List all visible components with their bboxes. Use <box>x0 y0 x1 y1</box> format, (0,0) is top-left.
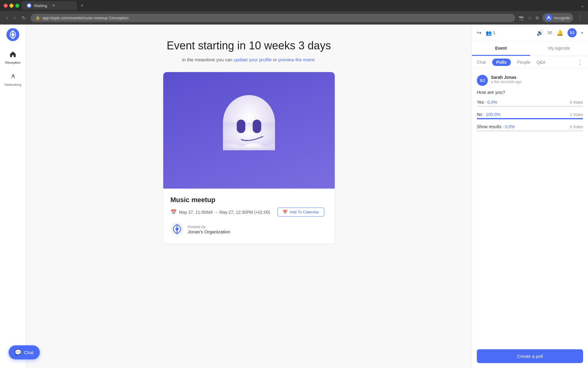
add-to-calendar-button[interactable]: 📅 Add To Calendar <box>277 208 324 217</box>
event-image <box>163 72 335 189</box>
more-options-icon[interactable]: ⋮ <box>577 59 583 66</box>
subtitle-start: In the meantime you can <box>182 57 233 62</box>
poll-option-no-votes: 1 Votes <box>570 112 583 117</box>
networking-label: Networking <box>4 83 21 86</box>
panel-main-tabs: Event My Agenda <box>472 41 588 56</box>
sub-tabs: Chat Polls People Q&A ⋮ <box>472 56 588 69</box>
app-layout: Reception Networking Event starting in 1… <box>0 25 588 368</box>
event-countdown: Event starting in 10 weeks 3 days <box>167 39 331 52</box>
tab-event[interactable]: Event <box>472 41 530 56</box>
url-bar[interactable]: 🔒 app.hopin.com/events/music-meetup-1/re… <box>31 14 515 22</box>
update-profile-link[interactable]: update your profile <box>234 57 272 62</box>
create-poll-button[interactable]: Create a poll <box>477 349 583 363</box>
poll-author-info: Sarah Jonas a few seconds ago <box>491 75 522 84</box>
poll-option-no-pct: 100.0% <box>486 112 500 117</box>
mute-icon[interactable]: 🔊 <box>537 29 543 36</box>
calendar-icon: 📅 <box>171 209 177 215</box>
poll-bar-bg-yes <box>477 106 583 107</box>
hosted-by-label: Hosted by <box>188 224 231 229</box>
event-info: Music meetup 📅 May 27, 11:00AM → May 27,… <box>163 189 335 243</box>
sidebar-item-reception[interactable]: Reception <box>2 47 24 68</box>
bookmark-icon[interactable]: ☆ <box>528 15 532 21</box>
email-icon[interactable]: ✉ <box>548 29 552 36</box>
svg-point-5 <box>13 75 14 76</box>
panel-header: ↪ 👥 1 🔊 ✉ 🔔 SJ ▾ <box>472 25 588 41</box>
lock-icon: 🔒 <box>36 16 40 20</box>
profile-badge[interactable]: Incognito <box>542 13 573 22</box>
poll-option-yes-label: Yes · 0.0% <box>477 100 497 105</box>
right-panel: ↪ 👥 1 🔊 ✉ 🔔 SJ ▾ Event My Agenda <box>472 25 588 368</box>
sidebar-item-networking[interactable]: Networking <box>2 69 24 90</box>
chat-icon: 💬 <box>15 349 21 356</box>
new-tab-button[interactable]: + <box>81 3 83 8</box>
calendar-plus-icon: 📅 <box>283 210 288 214</box>
user-avatar[interactable]: SJ <box>567 28 577 37</box>
poll-author: SJ Sarah Jonas a few seconds ago <box>477 75 583 86</box>
networking-icon <box>9 73 16 82</box>
event-mascot <box>215 95 283 166</box>
close-window-button[interactable] <box>4 4 8 8</box>
reload-button[interactable]: ↻ <box>21 14 27 22</box>
tab-my-agenda[interactable]: My Agenda <box>530 41 588 56</box>
sub-tab-chat[interactable]: Chat <box>477 59 486 66</box>
conjunction: or <box>272 57 278 62</box>
event-card: Music meetup 📅 May 27, 11:00AM → May 27,… <box>163 72 335 243</box>
hopin-logo[interactable] <box>6 28 19 41</box>
event-date-range: May 27, 11:00AM → May 27, 12:30PM (+01:0… <box>179 210 270 215</box>
poll-author-name: Sarah Jonas <box>491 75 522 80</box>
exit-icon[interactable]: ↪ <box>477 29 481 36</box>
org-name: Jonas's Organization <box>188 229 231 234</box>
browser-chrome: Waiting ✕ + ⌄ <box>0 0 588 11</box>
poll-author-avatar: SJ <box>477 75 488 86</box>
subtitle-end: . <box>314 57 315 62</box>
more-tabs-icon[interactable]: ⌄ <box>580 3 584 9</box>
sidebar: Reception Networking <box>0 25 26 368</box>
event-name: Music meetup <box>171 196 327 204</box>
poll-bar-bg-results <box>477 130 583 132</box>
url-text: app.hopin.com/events/music-meetup-1/rece… <box>43 16 129 20</box>
people-icon: 👥 <box>486 30 492 36</box>
poll-option-results-label: Show results · 0.0% <box>477 124 515 129</box>
toolbar-icons: 📷 ☆ ⧉ <box>519 15 539 21</box>
minimize-window-button[interactable] <box>9 4 13 8</box>
profile-label: Incognito <box>554 16 570 20</box>
poll-bar-fill-no <box>477 118 583 119</box>
preview-event-link[interactable]: preview the event <box>278 57 315 62</box>
reception-label: Reception <box>5 61 21 64</box>
sub-tab-people[interactable]: People <box>517 59 530 66</box>
tab-title: Waiting <box>34 3 47 8</box>
poll-option-no-label: No · 100.0% <box>477 112 500 117</box>
sub-tab-qa[interactable]: Q&A <box>537 59 546 66</box>
svg-rect-8 <box>237 120 245 133</box>
poll-option-show-results[interactable]: Show results · 0.0% 0 Votes <box>477 124 583 132</box>
hosted-by-section: Hosted by Jonas's Organization <box>171 223 327 236</box>
org-logo <box>171 223 184 236</box>
attendee-count: 👥 1 <box>486 30 496 36</box>
browser-tab[interactable]: Waiting ✕ <box>22 1 77 10</box>
back-button[interactable]: ‹ <box>5 14 9 22</box>
browser-menu-button[interactable]: ⋮ <box>577 14 583 21</box>
sub-tab-polls[interactable]: Polls <box>492 59 511 66</box>
poll-content: SJ Sarah Jonas a few seconds ago How are… <box>472 69 588 344</box>
svg-rect-9 <box>253 120 261 133</box>
forward-button[interactable]: › <box>13 14 17 22</box>
poll-option-results-votes: 0 Votes <box>570 125 583 129</box>
tab-favicon <box>27 3 32 8</box>
extension-icon[interactable]: ⧉ <box>536 15 539 21</box>
camera-off-icon[interactable]: 📷 <box>519 15 524 20</box>
panel-right-actions: 🔊 ✉ 🔔 SJ ▾ <box>537 28 583 37</box>
main-content: Event starting in 10 weeks 3 days In the… <box>26 25 472 368</box>
event-date: 📅 May 27, 11:00AM → May 27, 12:30PM (+01… <box>171 208 327 217</box>
svg-point-1 <box>548 16 550 18</box>
chevron-down-icon[interactable]: ▾ <box>581 30 583 35</box>
poll-option-yes[interactable]: Yes · 0.0% 0 Votes <box>477 100 583 107</box>
tab-close-button[interactable]: ✕ <box>52 3 55 8</box>
maximize-window-button[interactable] <box>15 4 19 8</box>
poll-option-no[interactable]: No · 100.0% 1 Votes <box>477 112 583 119</box>
window-controls <box>4 4 19 8</box>
event-subtitle: In the meantime you can update your prof… <box>182 57 315 62</box>
bell-icon[interactable]: 🔔 <box>556 29 563 36</box>
poll-author-time: a few seconds ago <box>491 80 522 84</box>
chat-button[interactable]: 💬 Chat <box>9 345 40 359</box>
home-icon <box>9 51 16 59</box>
